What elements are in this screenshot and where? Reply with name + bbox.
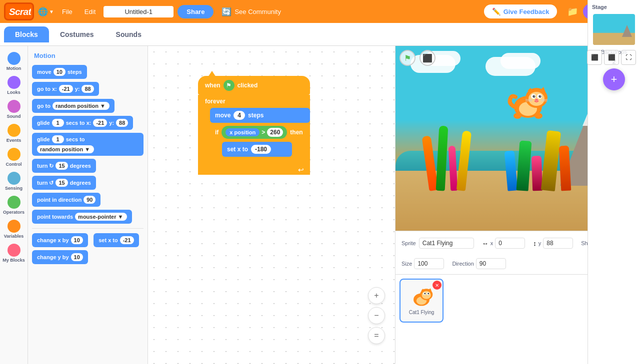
category-panel: Motion Looks Sound Events Control Sensin… bbox=[0, 46, 28, 364]
x-label: x bbox=[490, 240, 494, 246]
block-goto-random[interactable]: go to random position ▼ bbox=[32, 99, 114, 113]
blocks-panel: Motion move 10 steps go to x: -21 y: 88 … bbox=[28, 46, 148, 364]
stage-controls: ⚑ ⬛ bbox=[400, 50, 436, 66]
block-turn-cw[interactable]: turn ↻ 15 degrees bbox=[32, 159, 96, 173]
svg-point-28 bbox=[514, 113, 522, 119]
script-area[interactable]: when ⚑ clicked forever bbox=[148, 46, 395, 364]
svg-point-37 bbox=[424, 293, 426, 294]
sprite-name-input[interactable] bbox=[419, 238, 474, 249]
block-change-x[interactable]: change x by 10 bbox=[32, 233, 88, 247]
category-myblocks[interactable]: My Blocks bbox=[0, 242, 28, 265]
svg-point-35 bbox=[422, 291, 431, 299]
code-block-condition[interactable]: x position > 260 bbox=[222, 126, 287, 139]
zoom-in-button[interactable]: + bbox=[368, 287, 385, 304]
category-looks[interactable]: Looks bbox=[0, 74, 28, 97]
blocks-divider bbox=[32, 228, 144, 229]
zoom-out-button[interactable]: − bbox=[368, 307, 385, 324]
flag-in-block: ⚑ bbox=[224, 80, 234, 91]
svg-point-23 bbox=[535, 99, 538, 101]
scratch-logo[interactable]: Scratch bbox=[4, 2, 34, 20]
sprite-thumbnail bbox=[408, 287, 436, 309]
give-feedback-button[interactable]: ✏️ Give Feedback bbox=[484, 4, 558, 18]
block-goto-xy[interactable]: go to x: -21 y: 88 bbox=[32, 82, 99, 96]
sprite-and-stage: ✕ bbox=[396, 275, 640, 364]
sprite-name-label: Cat1 Flying bbox=[409, 310, 434, 315]
svg-point-39 bbox=[428, 293, 429, 294]
small-stage-button[interactable]: ⬛ bbox=[587, 50, 602, 65]
updown-icon: ↕ bbox=[533, 240, 536, 247]
stage-view-controls: ⬛ ⬛ ⛶ bbox=[587, 50, 636, 65]
see-community-button[interactable]: 🔄 See Community bbox=[218, 5, 284, 18]
zoom-controls: + − = bbox=[368, 287, 385, 344]
share-button[interactable]: Share bbox=[178, 5, 214, 18]
top-navigation: Scratch 🌐 ▼ File Edit Share 🔄 See Commun… bbox=[0, 0, 640, 23]
surfboards bbox=[426, 126, 468, 191]
tab-sounds[interactable]: Sounds bbox=[105, 26, 152, 42]
category-variables[interactable]: Variables bbox=[0, 218, 28, 241]
right-panel: ⚑ ⬛ ⬛ ⬛ ⛶ bbox=[395, 46, 640, 364]
folder-button[interactable]: 📁 bbox=[567, 6, 578, 17]
svg-point-29 bbox=[534, 113, 542, 119]
svg-text:Scratch: Scratch bbox=[9, 6, 31, 17]
cat-sprite bbox=[506, 86, 550, 122]
cloud-4 bbox=[500, 53, 540, 69]
blocks-title: Motion bbox=[34, 52, 142, 59]
block-turn-ccw[interactable]: turn ↺ 15 degrees bbox=[32, 176, 96, 190]
edit-menu[interactable]: Edit bbox=[80, 6, 100, 17]
size-label: Size bbox=[402, 261, 412, 267]
category-control[interactable]: Control bbox=[0, 146, 28, 169]
tabs-bar: Blocks Costumes Sounds bbox=[0, 23, 640, 46]
project-name-input[interactable] bbox=[104, 6, 174, 17]
arrow-icon: ↔ bbox=[482, 240, 488, 247]
size-value-input[interactable] bbox=[414, 258, 444, 269]
y-label: y bbox=[538, 240, 542, 246]
direction-label: Direction bbox=[452, 261, 474, 267]
fullscreen-button[interactable]: ⛶ bbox=[621, 50, 636, 65]
category-sound[interactable]: Sound bbox=[0, 98, 28, 121]
sprite-item-cat1flying[interactable]: ✕ bbox=[400, 279, 444, 323]
code-block-move[interactable]: move 4 steps bbox=[210, 108, 310, 123]
file-menu[interactable]: File bbox=[58, 6, 76, 17]
block-point-direction[interactable]: point in direction 90 bbox=[32, 193, 100, 207]
category-events[interactable]: Events bbox=[0, 122, 28, 145]
y-value-input[interactable] bbox=[543, 238, 573, 249]
plants-right bbox=[506, 131, 570, 191]
green-flag-button[interactable]: ⚑ bbox=[400, 50, 416, 66]
block-change-y[interactable]: change y by 10 bbox=[32, 250, 88, 264]
sprite-delete-button[interactable]: ✕ bbox=[432, 281, 442, 290]
tab-blocks[interactable]: Blocks bbox=[4, 26, 49, 42]
stop-button[interactable]: ⬛ bbox=[420, 50, 436, 66]
category-sensing[interactable]: Sensing bbox=[0, 170, 28, 193]
main-area: Motion Looks Sound Events Control Sensin… bbox=[0, 46, 640, 364]
zoom-reset-button[interactable]: = bbox=[368, 327, 385, 344]
category-operators[interactable]: Operators bbox=[0, 194, 28, 217]
category-motion[interactable]: Motion bbox=[0, 50, 28, 73]
large-stage-button[interactable]: ⬛ bbox=[604, 50, 619, 65]
block-set-x[interactable]: set x to -21 bbox=[94, 233, 138, 247]
block-move-steps[interactable]: move 10 steps bbox=[32, 65, 87, 79]
stage-panel: Stage Backdrops 2 + bbox=[588, 275, 640, 364]
code-blocks-container: when ⚑ clicked forever bbox=[198, 76, 310, 175]
language-selector[interactable]: 🌐 ▼ bbox=[38, 7, 54, 16]
block-glide-xy[interactable]: glide 1 secs to x: -21 y: 88 bbox=[32, 116, 133, 130]
sprite-label: Sprite bbox=[402, 240, 416, 246]
block-point-towards[interactable]: point towards mouse-pointer ▼ bbox=[32, 210, 132, 224]
tab-costumes[interactable]: Costumes bbox=[49, 26, 105, 42]
block-glide-random[interactable]: glide 1 secs to random position ▼ bbox=[32, 133, 144, 156]
x-value-input[interactable] bbox=[495, 238, 525, 249]
code-block-set-x[interactable]: set x to -180 bbox=[222, 142, 292, 157]
direction-value-input[interactable] bbox=[476, 258, 506, 269]
svg-point-22 bbox=[540, 96, 541, 97]
svg-point-19 bbox=[534, 96, 535, 97]
